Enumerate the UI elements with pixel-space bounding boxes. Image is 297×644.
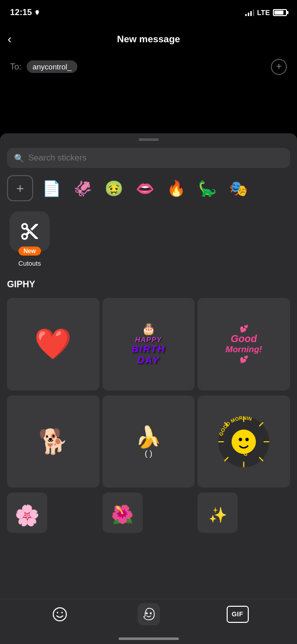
- svg-point-9: [232, 429, 256, 453]
- sticker-good-morning-pink[interactable]: 💕 Good Morning! 💕: [197, 298, 290, 390]
- hbd-content: 🎂 HAPPY BIRTH DAY: [129, 319, 169, 369]
- search-icon: 🔍: [14, 153, 24, 163]
- status-time: 12:15: [10, 8, 40, 18]
- signal-bar-3: [250, 11, 252, 16]
- giphy-section: GIPHY ❤️ 🎂 HAPPY BIRTH DAY: [7, 279, 290, 533]
- dog-icon: 🐕: [38, 428, 68, 456]
- to-field: To: anycontrol_ +: [0, 53, 297, 80]
- sticker-partial-1[interactable]: 🌸: [7, 493, 47, 533]
- svg-point-17: [146, 612, 148, 614]
- cutouts-item: New Cutouts: [7, 211, 52, 267]
- main-content: New Cutouts GIPHY ❤️ 🎂 HAPPY BIRTH: [0, 211, 297, 631]
- giphy-label: GIPHY: [7, 279, 290, 290]
- sticker-banana[interactable]: 🍌 ( ): [103, 395, 195, 488]
- sticker-panel: 🔍 + 📄 🦑 🤢 👄 🔥 🦕 🎭 New Cutouts: [0, 133, 297, 644]
- home-indicator: [119, 637, 179, 640]
- pack-5[interactable]: 🦕: [194, 175, 220, 201]
- banana-content: 🍌 ( ): [135, 425, 161, 458]
- sticker-icon: [141, 607, 156, 622]
- cutouts-label: Cutouts: [19, 260, 41, 267]
- sticker-partial-2[interactable]: 🌺: [103, 493, 143, 533]
- location-icon: [34, 10, 40, 16]
- svg-point-18: [150, 612, 152, 614]
- pack-2[interactable]: 🤢: [101, 175, 127, 201]
- signal-bar-2: [248, 13, 249, 16]
- status-bar: 12:15 LTE: [0, 0, 297, 25]
- recipient-chip[interactable]: anycontrol_: [27, 60, 78, 73]
- add-recipient-button[interactable]: +: [271, 59, 287, 75]
- gm-circle-svg: GOOD MORNIN G: [216, 414, 271, 469]
- svg-point-16: [61, 612, 63, 613]
- sticker-partial-3[interactable]: ✨: [197, 493, 238, 533]
- cutouts-section: New Cutouts: [7, 211, 290, 267]
- emoji-button[interactable]: [49, 603, 71, 625]
- nav-bar: ‹ New message: [0, 25, 297, 53]
- svg-point-15: [57, 612, 58, 613]
- signal-bar-1: [245, 14, 247, 16]
- battery-fill: [274, 11, 283, 15]
- battery-icon: [273, 9, 287, 16]
- sticker-grid-row3-partial: 🌸 🌺 ✨: [7, 493, 290, 533]
- lte-label: LTE: [257, 9, 270, 17]
- gif-button[interactable]: GIF: [227, 603, 249, 625]
- signal-bar-4: [253, 10, 254, 16]
- cutouts-icon[interactable]: New: [10, 211, 50, 252]
- sticker-grid-row1: ❤️ 🎂 HAPPY BIRTH DAY 💕 Good: [7, 298, 290, 390]
- signal-bars: [245, 9, 254, 16]
- pack-4[interactable]: 🔥: [163, 175, 189, 201]
- page-title: New message: [117, 34, 180, 45]
- sticker-good-morning-circle[interactable]: GOOD MORNIN G: [197, 395, 290, 488]
- sticker-happy-birthday[interactable]: 🎂 HAPPY BIRTH DAY: [103, 298, 195, 390]
- drag-handle[interactable]: [139, 138, 159, 141]
- scissors-icon: [20, 221, 40, 242]
- pack-3[interactable]: 👄: [132, 175, 158, 201]
- pack-6[interactable]: 🎭: [225, 175, 251, 201]
- back-button[interactable]: ‹: [8, 32, 12, 46]
- svg-point-11: [245, 438, 249, 441]
- sticker-grid-row2: 🐕 🍌 ( ): [7, 395, 290, 488]
- gm2-content: GOOD MORNIN G: [203, 400, 285, 483]
- sticker-heart[interactable]: ❤️: [7, 298, 100, 390]
- search-input[interactable]: [28, 153, 283, 163]
- bottom-toolbar: GIF: [0, 599, 297, 629]
- new-badge: New: [19, 247, 41, 256]
- sticker-dog[interactable]: 🐕: [7, 395, 100, 488]
- sticker-button[interactable]: [138, 603, 160, 625]
- gm-content: 💕 Good Morning! 💕: [224, 322, 264, 366]
- status-icons: LTE: [245, 9, 287, 17]
- add-pack-button[interactable]: +: [7, 175, 33, 201]
- pack-1[interactable]: 🦑: [69, 175, 95, 201]
- svg-text:G: G: [243, 451, 248, 457]
- svg-point-14: [53, 608, 66, 621]
- sticker-pack-row: + 📄 🦑 🤢 👄 🔥 🦕 🎭: [0, 175, 297, 201]
- emoji-icon: [52, 607, 67, 622]
- to-label: To:: [10, 62, 22, 72]
- heart-icon: ❤️: [34, 326, 72, 362]
- search-bar[interactable]: 🔍: [7, 148, 290, 168]
- pack-recents[interactable]: 📄: [38, 175, 64, 201]
- svg-point-10: [239, 438, 242, 441]
- gif-label[interactable]: GIF: [227, 606, 249, 623]
